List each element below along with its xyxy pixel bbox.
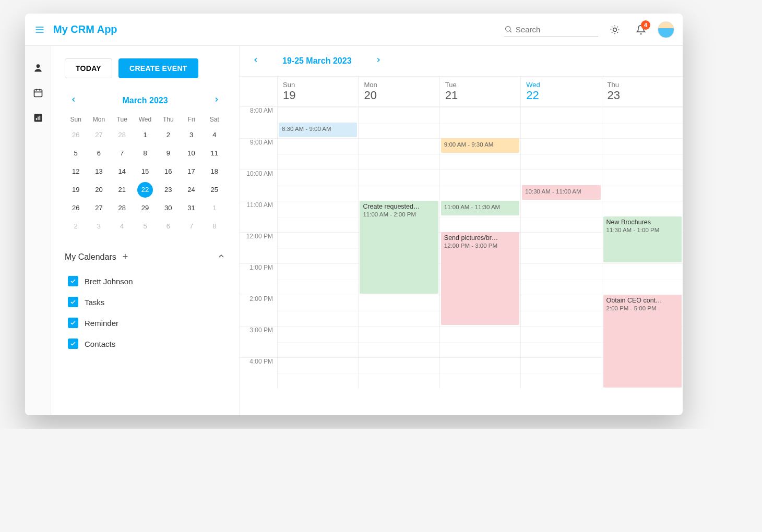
mini-cal-day[interactable]: 8 (204, 217, 225, 235)
day-header[interactable]: Wed22 (520, 77, 601, 106)
day-of-week-label: Mon (364, 81, 434, 89)
mini-cal-day[interactable]: 2 (157, 126, 179, 143)
chevron-right-icon (375, 56, 382, 64)
mini-cal-day[interactable]: 4 (204, 126, 225, 143)
notifications-button[interactable]: 4 (632, 20, 650, 39)
mini-cal-day[interactable]: 24 (180, 181, 202, 198)
mini-cal-day[interactable]: 26 (65, 199, 87, 216)
mini-cal-day[interactable]: 13 (88, 163, 110, 180)
day-column[interactable]: New Brochures11:30 AM - 1:00 PMObtain CE… (602, 107, 683, 389)
mini-cal-day[interactable]: 12 (65, 163, 87, 180)
rail-contacts[interactable] (32, 62, 44, 74)
mini-cal-day[interactable]: 9 (157, 144, 179, 162)
rail-calendar[interactable] (32, 87, 44, 99)
search-field[interactable] (504, 22, 598, 37)
app-title[interactable]: My CRM App (53, 23, 117, 35)
rail-analytics[interactable] (32, 112, 44, 124)
calendar-event[interactable]: 9:00 AM - 9:30 AM (441, 138, 519, 153)
mini-cal-day[interactable]: 23 (157, 181, 179, 198)
svg-rect-15 (34, 90, 42, 96)
mini-cal-day[interactable]: 1 (204, 199, 225, 216)
day-header[interactable]: Thu23 (602, 77, 683, 106)
day-column[interactable]: 10:30 AM - 11:00 AM (520, 107, 601, 389)
calendar-event[interactable]: Create requested…11:00 AM - 2:00 PM (360, 201, 438, 294)
mini-cal-day[interactable]: 28 (111, 126, 133, 143)
calendar-event[interactable]: 8:30 AM - 9:00 AM (279, 123, 357, 137)
time-label: 1:00 PM (240, 263, 277, 295)
mini-cal-day[interactable]: 28 (111, 199, 133, 216)
mini-cal-day[interactable]: 30 (157, 199, 179, 216)
mini-cal-day[interactable]: 7 (111, 144, 133, 162)
mini-cal-day[interactable]: 6 (157, 217, 179, 235)
mini-cal-day[interactable]: 27 (88, 199, 110, 216)
theme-toggle[interactable] (605, 20, 624, 39)
mini-cal-day[interactable]: 11 (204, 144, 225, 162)
mini-cal-next[interactable] (211, 94, 222, 107)
week-prev[interactable] (250, 54, 261, 68)
day-header[interactable]: Sun19 (277, 77, 358, 106)
day-of-week-label: Tue (445, 81, 515, 89)
search-input[interactable] (516, 25, 598, 34)
mini-cal-day[interactable]: 16 (157, 163, 179, 180)
mini-cal-day[interactable]: 4 (111, 217, 133, 235)
mini-cal-day[interactable]: 2 (65, 217, 87, 235)
mini-cal-day[interactable]: 31 (180, 199, 202, 216)
mini-cal-day[interactable]: 22 (137, 182, 153, 198)
mini-cal-day[interactable]: 20 (88, 181, 110, 198)
create-event-button[interactable]: CREATE EVENT (118, 58, 198, 78)
time-label: 10:00 AM (240, 170, 277, 201)
mini-cal-day[interactable]: 5 (65, 144, 87, 162)
calendar-event[interactable]: Obtain CEO cont…2:00 PM - 5:00 PM (603, 295, 682, 388)
mini-cal-day[interactable]: 29 (134, 199, 156, 216)
mini-cal-day[interactable]: 6 (88, 144, 110, 162)
calendar-item[interactable]: Tasks (65, 292, 225, 312)
mini-cal-prev[interactable] (68, 94, 79, 107)
menu-icon[interactable] (33, 23, 46, 36)
mini-cal-day[interactable]: 3 (180, 126, 202, 143)
add-calendar-button[interactable]: + (123, 251, 128, 262)
svg-point-5 (613, 28, 617, 31)
mini-cal-day[interactable]: 25 (204, 181, 225, 198)
today-button[interactable]: TODAY (65, 58, 112, 78)
checkbox-icon[interactable] (68, 297, 78, 307)
mini-cal-day[interactable]: 18 (204, 163, 225, 180)
calendar-event[interactable]: Send pictures/br…12:00 PM - 3:00 PM (441, 232, 519, 325)
checkbox-icon[interactable] (68, 338, 78, 349)
calendar-item[interactable]: Brett Johnson (65, 271, 225, 292)
day-column[interactable]: 8:30 AM - 9:00 AM (277, 107, 358, 389)
calendar-item[interactable]: Contacts (65, 333, 225, 354)
mini-cal-day[interactable]: 15 (134, 163, 156, 180)
week-next[interactable] (373, 54, 384, 68)
mini-cal-dow: Tue (111, 113, 133, 126)
calendar-item[interactable]: Reminder (65, 312, 225, 333)
mini-cal-dow: Sat (204, 113, 225, 126)
date-label: 21 (445, 89, 515, 102)
mini-cal-day[interactable]: 1 (134, 126, 156, 143)
topbar: My CRM App 4 (25, 14, 683, 46)
time-label: 9:00 AM (240, 138, 277, 170)
mini-cal-day[interactable]: 3 (88, 217, 110, 235)
day-header[interactable]: Mon20 (358, 77, 439, 106)
mini-cal-day[interactable]: 14 (111, 163, 133, 180)
day-of-week-label: Thu (608, 81, 677, 89)
mini-cal-day[interactable]: 26 (65, 126, 87, 143)
mini-cal-day[interactable]: 8 (134, 144, 156, 162)
mini-cal-day[interactable]: 19 (65, 181, 87, 198)
mini-cal-day[interactable]: 5 (134, 217, 156, 235)
mini-cal-day[interactable]: 17 (180, 163, 202, 180)
calendar-event[interactable]: New Brochures11:30 AM - 1:00 PM (603, 216, 682, 262)
event-time: 11:30 AM - 1:00 PM (606, 227, 678, 233)
day-header[interactable]: Tue21 (439, 77, 520, 106)
checkbox-icon[interactable] (68, 318, 78, 328)
calendar-event[interactable]: 10:30 AM - 11:00 AM (522, 185, 600, 200)
mini-cal-day[interactable]: 21 (111, 181, 133, 198)
day-column[interactable]: 9:00 AM - 9:30 AM11:00 AM - 11:30 AMSend… (439, 107, 520, 389)
day-column[interactable]: Create requested…11:00 AM - 2:00 PM (358, 107, 439, 389)
mini-cal-day[interactable]: 27 (88, 126, 110, 143)
checkbox-icon[interactable] (68, 276, 78, 286)
calendar-event[interactable]: 11:00 AM - 11:30 AM (441, 201, 519, 215)
my-calendars-toggle[interactable]: My Calendars + (65, 249, 225, 264)
mini-cal-day[interactable]: 7 (180, 217, 202, 235)
user-avatar[interactable] (658, 21, 674, 38)
mini-cal-day[interactable]: 10 (180, 144, 202, 162)
